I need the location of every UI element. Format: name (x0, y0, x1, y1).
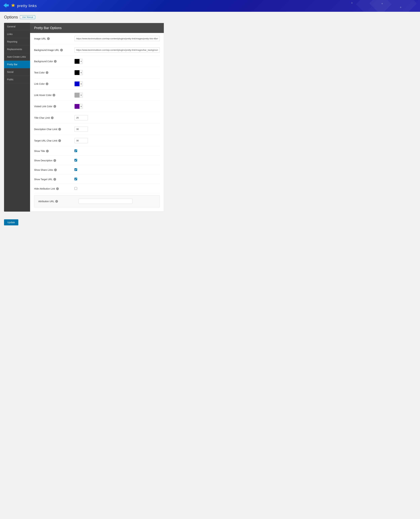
title-char-limit-control (75, 115, 160, 120)
show-target-url-row: Show Target URL i (34, 175, 160, 184)
visited-link-color-picker[interactable]: ▼ (75, 104, 83, 109)
show-target-url-control (75, 178, 160, 181)
hide-attribution-link-row: Hide Attribution Link i (34, 184, 160, 193)
link-color-label: Link Color i (34, 83, 75, 85)
link-hover-color-dropdown-btn[interactable]: ▼ (79, 93, 83, 98)
description-char-limit-label: Description Char Limit i (34, 128, 75, 130)
text-color-picker[interactable]: ▼ (75, 70, 83, 75)
link-color-control: ▼ (75, 81, 160, 86)
title-char-limit-row: Title Char Limit i (34, 112, 160, 123)
background-color-row: Background Color i ▼ (34, 56, 160, 67)
show-share-links-control (75, 168, 160, 171)
sidebar-item-social[interactable]: Social (4, 68, 30, 76)
visited-link-color-dropdown-btn[interactable]: ▼ (79, 104, 83, 109)
user-manual-button[interactable]: User Manual (20, 15, 35, 19)
visited-link-color-swatch (75, 104, 79, 109)
image-url-info-icon[interactable]: i (47, 37, 50, 40)
show-share-links-info-icon[interactable]: i (54, 168, 57, 171)
sidebar-item-replacements[interactable]: Replacements (4, 46, 30, 53)
link-hover-color-row: Link Hover Color i ▼ (34, 90, 160, 101)
visited-link-color-info-icon[interactable]: i (53, 105, 56, 108)
main-layout: General Links Reporting Replacements Aut… (0, 21, 168, 217)
page-title-area: Options User Manual (0, 12, 420, 21)
image-url-input[interactable] (75, 36, 160, 41)
background-color-swatch (75, 59, 79, 64)
show-description-row: Show Description i (34, 156, 160, 165)
background-color-control: ▼ (75, 59, 160, 64)
show-target-url-checkbox[interactable] (75, 178, 77, 180)
attribution-url-label: Attribution URL i (38, 200, 79, 203)
show-target-url-info-icon[interactable]: i (53, 178, 56, 181)
target-url-char-limit-input[interactable] (75, 138, 88, 143)
description-char-limit-info-icon[interactable]: i (58, 128, 61, 130)
show-share-links-row: Show Share Links i (34, 165, 160, 175)
content-title: Pretty Bar Options (34, 26, 61, 30)
hide-attribution-link-label: Hide Attribution Link i (34, 187, 75, 190)
show-description-control (75, 159, 160, 162)
header-plus-1: + (381, 2, 383, 6)
attribution-section: Attribution URL i (34, 195, 160, 207)
show-description-info-icon[interactable]: i (53, 159, 56, 162)
link-color-picker[interactable]: ▼ (75, 81, 83, 86)
link-color-dropdown-btn[interactable]: ▼ (79, 82, 83, 86)
star-icon (11, 3, 15, 9)
show-target-url-label: Show Target URL i (34, 178, 75, 181)
show-share-links-checkbox[interactable] (75, 168, 77, 171)
link-color-info-icon[interactable]: i (46, 83, 48, 85)
sidebar-item-pretty-bar[interactable]: Pretty Bar (4, 61, 30, 68)
show-share-links-label: Show Share Links i (34, 168, 75, 171)
text-color-label: Text Color i (34, 71, 75, 74)
sidebar-item-reporting[interactable]: Reporting (4, 38, 30, 46)
sidebar-item-public[interactable]: Public (4, 76, 30, 83)
title-char-limit-info-icon[interactable]: i (51, 116, 54, 119)
background-image-url-input[interactable] (75, 47, 160, 53)
visited-link-color-control: ▼ (75, 104, 160, 109)
target-url-char-limit-control (75, 138, 160, 143)
show-description-label: Show Description i (34, 159, 75, 162)
description-char-limit-row: Description Char Limit i (34, 123, 160, 135)
update-button[interactable]: Update (4, 219, 18, 225)
description-char-limit-input[interactable] (75, 127, 88, 132)
hide-attribution-link-info-icon[interactable]: i (56, 187, 59, 190)
sidebar-item-general[interactable]: General (4, 23, 30, 31)
show-title-label: Show Title i (34, 150, 75, 153)
text-color-swatch (75, 70, 79, 75)
title-char-limit-input[interactable] (75, 115, 88, 120)
attribution-url-input[interactable] (79, 199, 132, 204)
background-color-info-icon[interactable]: i (54, 60, 57, 63)
link-color-swatch (75, 82, 79, 86)
hide-attribution-link-checkbox[interactable] (75, 187, 77, 190)
link-hover-color-swatch (75, 93, 79, 98)
hide-attribution-link-control (75, 187, 160, 190)
sidebar-item-auto-create-links[interactable]: Auto-Create Links (4, 53, 30, 61)
brand-logo: pretty links (3, 3, 37, 9)
update-area: Update (0, 217, 420, 228)
image-url-row: Image URL i (34, 33, 160, 44)
link-color-row: Link Color i ▼ (34, 78, 160, 90)
sidebar-item-links[interactable]: Links (4, 31, 30, 38)
attribution-url-row: Attribution URL i (38, 199, 156, 204)
link-hover-color-label: Link Hover Color i (34, 94, 75, 97)
link-hover-color-picker[interactable]: ▼ (75, 93, 83, 98)
show-title-checkbox[interactable] (75, 149, 77, 152)
background-image-url-control (75, 47, 160, 53)
background-image-url-row: Background Image URL i (34, 44, 160, 56)
sidebar: General Links Reporting Replacements Aut… (4, 23, 30, 212)
header-plus-2: + (351, 1, 353, 5)
show-title-row: Show Title i (34, 146, 160, 156)
link-hover-color-info-icon[interactable]: i (52, 94, 55, 97)
show-description-checkbox[interactable] (75, 159, 77, 161)
background-image-url-info-icon[interactable]: i (60, 49, 63, 51)
attribution-url-info-icon[interactable]: i (55, 200, 58, 203)
page-title: Options (4, 15, 18, 20)
attribution-url-control (79, 199, 156, 204)
target-url-char-limit-info-icon[interactable]: i (58, 139, 61, 142)
content-area: Pretty Bar Options Image URL i Backgroun… (30, 23, 164, 212)
text-color-info-icon[interactable]: i (46, 71, 48, 74)
text-color-dropdown-btn[interactable]: ▼ (79, 70, 83, 75)
background-color-picker[interactable]: ▼ (75, 59, 83, 64)
svg-marker-1 (11, 3, 15, 7)
header: + + + pretty links (0, 0, 420, 12)
show-title-info-icon[interactable]: i (46, 150, 49, 153)
background-color-dropdown-btn[interactable]: ▼ (79, 59, 83, 64)
